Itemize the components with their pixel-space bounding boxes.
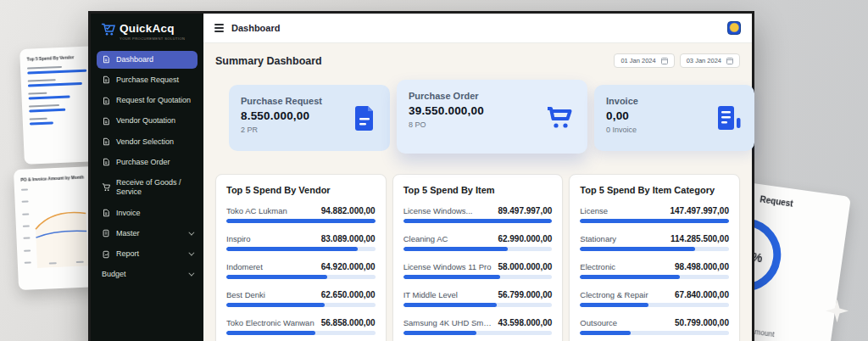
item-value: 114.285.500,00 [670,234,729,243]
calendar-icon [661,58,668,64]
item-value: 98.498.000,00 [675,262,729,271]
list-item: License Windows...89.497.997,00 [403,206,553,223]
item-value: 89.497.997,00 [498,206,552,215]
item-value: 64.920.000,00 [321,262,376,271]
sidebar-item-receive-of-goods[interactable]: Receive of Goods / Service [97,174,198,202]
item-name: Clectrong & Repair [580,290,670,299]
stat-card-purchase-request: Purchase Request 8.550.000,00 2 PR [229,85,390,151]
list-item: Indomeret64.920.000,00 [226,262,376,279]
stat-card-invoice: Invoice 0,00 0 Invoice [594,85,754,151]
app-name: QuickAcq [120,23,186,35]
app-window: QuickAcq YOUR PROCUREMENT SOLUTION Dashb… [88,11,754,341]
item-name: License [580,206,665,215]
list-item: Samsung 4K UHD Smart TV43.598.000,00 [403,318,553,335]
progress-bar [226,219,376,223]
sidebar-item-label: Budget [102,270,126,279]
progress-bar [580,303,729,307]
progress-bar [226,247,376,251]
document-icon [353,104,377,131]
list-item: Toko AC Lukman94.882.000,00 [226,206,376,223]
mini-line-chart [21,184,94,268]
user-avatar[interactable] [727,21,741,35]
sidebar-item-label: Receive of Goods / Service [116,178,192,198]
list-item: Best Denki62.650.000,00 [226,290,376,307]
mini-chart-plot [31,184,90,268]
item-name: License Windows 11 Pro [403,262,493,271]
sidebar-menu: Dashboard Purchase Request Request for Q… [91,51,203,284]
dashboard-content: Summary Dashboard 01 Jan 2024 03 Jan 202… [203,43,752,341]
list-title: Top 5 Spend By Item [403,185,553,195]
decor-bar-row [27,64,90,74]
item-name: License Windows... [403,206,493,215]
item-value: 62.990.000,00 [498,234,552,243]
item-name: Toko AC Lukman [226,206,316,215]
stat-label: Purchase Order [409,91,576,101]
item-name: Outsource [580,318,670,327]
list-item: Electronic98.498.000,00 [580,262,729,279]
screenshot-canvas: Top 5 Spend By Vendor PO & Invoice Amoun… [0,0,868,341]
logo-cart-icon [101,23,115,36]
sidebar-item-purchase-order[interactable]: Purchase Order [97,154,198,171]
top5-vendor-card: Top 5 Spend By Vendor Toko AC Lukman94.8… [215,174,387,341]
sidebar-item-budget[interactable]: Budget [97,266,198,283]
invoice-icon-small [102,209,110,217]
vendor-selection-icon [102,137,110,146]
sidebar-item-report[interactable]: Report [97,245,198,263]
list-title: Top 5 Spend By Item Category [580,185,729,195]
item-name: Indomeret [226,262,316,271]
list-item: Cleaning AC62.990.000,00 [403,234,553,251]
sidebar-item-purchase-request[interactable]: Purchase Request [97,71,198,89]
progress-bar [580,219,729,223]
item-value: 58.000.000,00 [498,262,552,271]
item-name: Stationary [580,234,665,243]
sidebar-item-label: Request for Quotation [116,96,191,105]
calendar-icon [726,58,733,64]
decor-bar-row [28,77,91,87]
cart-icon [544,103,575,131]
list-item: License Windows 11 Pro58.000.000,00 [403,262,553,279]
progress-bar [226,331,376,335]
sidebar-item-master[interactable]: Master [97,225,198,243]
app-tagline: YOUR PROCUREMENT SOLUTION [120,36,186,41]
progress-bar [226,275,376,279]
top5-item-category-card: Top 5 Spend By Item Category License147.… [569,174,740,341]
receive-of-goods-icon [102,183,110,192]
list-item: Stationary114.285.500,00 [580,234,729,251]
invoice-icon [716,104,742,131]
sidebar-item-vendor-selection[interactable]: Vendor Selection [97,133,198,151]
sidebar-item-label: Dashboard [116,55,153,64]
date-from-value: 01 Jan 2024 [620,57,655,64]
sidebar-item-label: Report [116,249,139,259]
list-item: IT Middle Level56.799.000,00 [403,290,553,307]
top5-item-card: Top 5 Spend By Item License Windows...89… [392,174,564,341]
sidebar-item-request-for-quotation[interactable]: Request for Quotation [97,92,198,109]
item-value: 94.882.000,00 [321,206,376,215]
item-name: Best Denki [226,290,316,299]
sidebar-item-invoice[interactable]: Invoice [97,204,198,222]
topbar-title: Dashboard [231,23,280,33]
date-to-input[interactable]: 03 Jan 2024 [680,53,740,68]
background-card-title: PO & Invoice Amount by Month [20,174,90,182]
request-for-quotation-icon [102,97,110,105]
sidebar-item-vendor-quotation[interactable]: Vendor Quotation [97,112,198,130]
progress-bar [403,247,553,251]
chevron-down-icon [188,229,194,235]
progress-bar [580,275,729,279]
chevron-down-icon [188,271,194,277]
progress-bar [580,331,729,335]
progress-bar [580,247,729,251]
progress-bar [226,303,376,307]
sidebar-item-label: Purchase Order [116,158,170,167]
date-from-input[interactable]: 01 Jan 2024 [614,53,674,68]
app-logo: QuickAcq YOUR PROCUREMENT SOLUTION [91,21,203,41]
item-name: IT Middle Level [403,290,493,299]
progress-bar [403,219,553,223]
background-card-title: Top 5 Spend By Vendor [26,53,89,61]
sidebar-item-dashboard[interactable]: Dashboard [97,51,198,69]
item-name: Samsung 4K UHD Smart TV [403,318,493,327]
dashboard-icon [102,55,110,64]
sidebar-item-label: Invoice [116,209,141,218]
hamburger-menu-icon[interactable] [214,24,224,31]
item-value: 67.840.000,00 [675,290,729,299]
list-title: Top 5 Spend By Vendor [226,185,376,195]
